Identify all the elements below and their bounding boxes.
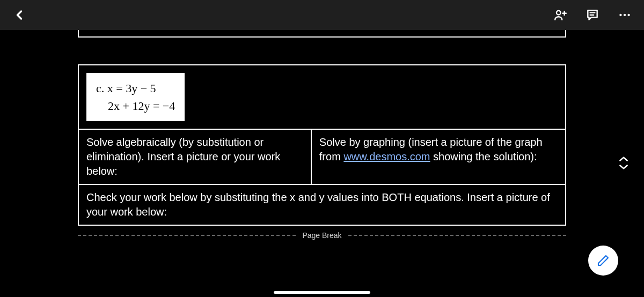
desmos-link[interactable]: www.desmos.com: [343, 151, 430, 162]
equation-2: 2x + 12y = −4: [96, 97, 175, 115]
math-equations-box: c. x = 3y − 5 2x + 12y = −4: [86, 73, 185, 121]
toolbar-right-group: [550, 4, 635, 26]
check-row: Check your work below by substituting th…: [79, 185, 565, 225]
document-canvas[interactable]: c. x = 3y − 5 2x + 12y = −4 Solve algebr…: [0, 30, 644, 297]
chevron-down-icon: [618, 163, 629, 170]
comment-icon: [586, 8, 599, 22]
solve-row: Solve algebraically (by substitution or …: [79, 130, 565, 185]
svg-point-7: [627, 14, 630, 16]
svg-point-0: [557, 11, 561, 15]
back-button[interactable]: [9, 4, 30, 26]
pencil-icon: [597, 254, 610, 267]
home-indicator: [274, 291, 370, 294]
page-break-label: Page Break: [296, 231, 348, 240]
equations-row: c. x = 3y − 5 2x + 12y = −4: [79, 65, 565, 130]
chevron-left-icon: [12, 8, 27, 23]
top-toolbar: [0, 0, 644, 30]
edit-fab[interactable]: [588, 246, 618, 276]
problem-table: c. x = 3y − 5 2x + 12y = −4 Solve algebr…: [78, 64, 566, 226]
more-horizontal-icon: [618, 8, 632, 22]
previous-element-fragment: [78, 30, 566, 38]
chevron-up-icon: [618, 155, 629, 163]
equation-1: c. x = 3y − 5: [96, 79, 175, 97]
page-break: Page Break: [78, 231, 566, 240]
check-text: Check your work below by substituting th…: [86, 191, 550, 218]
page-break-dash-left: [78, 235, 296, 236]
graphing-cell: Solve by graphing (insert a picture of t…: [312, 130, 565, 184]
graph-text-post: showing the solution):: [430, 151, 537, 162]
algebraic-text: Solve algebraically (by substitution or …: [86, 136, 280, 177]
person-add-icon: [553, 8, 567, 22]
svg-point-5: [619, 14, 621, 16]
svg-point-6: [624, 14, 626, 16]
algebraic-cell: Solve algebraically (by substitution or …: [79, 130, 312, 184]
scroll-updown-button[interactable]: [618, 155, 629, 170]
share-button[interactable]: [550, 4, 571, 26]
toolbar-left-group: [9, 4, 30, 26]
comments-button[interactable]: [582, 4, 603, 26]
page-break-dash-right: [348, 235, 566, 236]
more-button[interactable]: [614, 4, 635, 26]
